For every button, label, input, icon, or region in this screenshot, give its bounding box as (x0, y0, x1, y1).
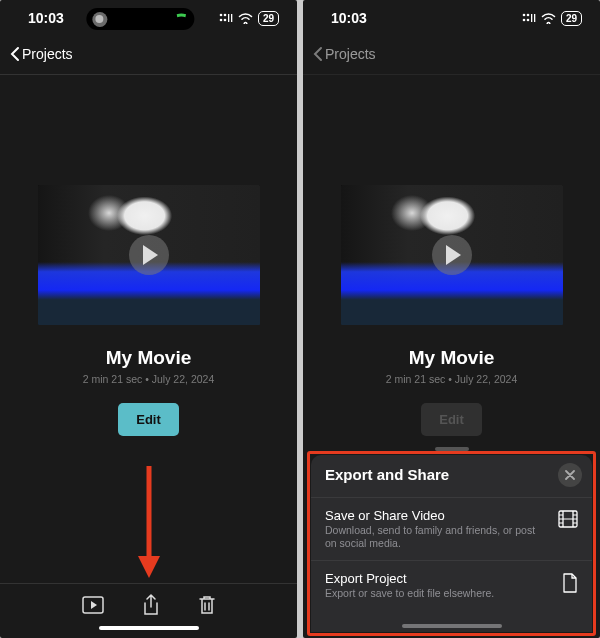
battery-level: 29 (561, 11, 582, 26)
svg-rect-4 (228, 14, 229, 22)
export-share-sheet: Export and Share Save or Share Video Dow… (311, 455, 592, 632)
nav-bar: Projects (0, 36, 297, 75)
share-button[interactable] (142, 594, 160, 616)
caller-avatar-icon (92, 12, 107, 27)
project-content: My Movie 2 min 21 sec • July 22, 2024 Ed… (0, 75, 297, 436)
edit-button: Edit (421, 403, 482, 436)
call-icon (174, 12, 188, 26)
annotation-highlight: Export and Share Save or Share Video Dow… (307, 451, 596, 636)
project-title: My Movie (409, 347, 495, 369)
phone-screen-left: 10:03 29 Projects My Movie 2 min 21 sec … (0, 0, 297, 638)
svg-point-10 (523, 14, 526, 17)
trash-icon (198, 595, 216, 615)
project-title: My Movie (106, 347, 192, 369)
chevron-left-icon (8, 46, 22, 62)
play-icon (432, 235, 472, 275)
sheet-item-desc: Export or save to edit file elsewhere. (325, 587, 552, 600)
sheet-close-button[interactable] (558, 463, 582, 487)
sheet-item-title: Save or Share Video (325, 508, 548, 523)
play-outline-button[interactable] (82, 596, 104, 614)
battery-level: 29 (258, 11, 279, 26)
document-icon (562, 573, 578, 597)
project-content: My Movie 2 min 21 sec • July 22, 2024 Ed… (303, 75, 600, 436)
project-thumbnail[interactable] (38, 185, 260, 325)
back-label: Projects (22, 46, 73, 62)
svg-point-12 (523, 19, 526, 22)
play-outline-icon (82, 596, 104, 614)
svg-point-3 (224, 19, 227, 22)
status-time: 10:03 (331, 10, 367, 26)
controls-icon (522, 13, 536, 23)
wifi-icon (541, 13, 556, 24)
svg-point-2 (220, 19, 223, 22)
status-right: 29 (522, 11, 582, 26)
annotation-arrow (136, 464, 162, 580)
home-indicator[interactable] (402, 624, 502, 628)
sheet-item-desc: Download, send to family and friends, or… (325, 524, 548, 550)
svg-rect-15 (534, 14, 535, 22)
dynamic-island (86, 8, 194, 30)
project-subtitle: 2 min 21 sec • July 22, 2024 (386, 373, 518, 385)
wifi-icon (238, 13, 253, 24)
edit-button[interactable]: Edit (118, 403, 179, 436)
back-button[interactable]: Projects (8, 46, 73, 62)
status-bar: 10:03 29 (303, 0, 600, 36)
sheet-item-export-project[interactable]: Export Project Export or save to edit fi… (311, 560, 592, 610)
phone-screen-right: 10:03 29 Projects My Movie 2 min 21 sec … (303, 0, 600, 638)
controls-icon (219, 13, 233, 23)
back-button[interactable]: Projects (311, 46, 376, 62)
svg-rect-14 (531, 14, 532, 22)
sheet-item-save-share-video[interactable]: Save or Share Video Download, send to fa… (311, 497, 592, 560)
bottom-toolbar (0, 583, 297, 630)
status-time: 10:03 (28, 10, 64, 26)
svg-marker-7 (138, 556, 160, 578)
chevron-left-icon (311, 46, 325, 62)
project-subtitle: 2 min 21 sec • July 22, 2024 (83, 373, 215, 385)
delete-button[interactable] (198, 595, 216, 615)
svg-point-11 (527, 14, 530, 17)
project-thumbnail (341, 185, 563, 325)
play-icon (129, 235, 169, 275)
svg-marker-9 (91, 601, 97, 609)
film-icon (558, 510, 578, 532)
status-right: 29 (219, 11, 279, 26)
svg-point-13 (527, 19, 530, 22)
sheet-grabber[interactable] (435, 447, 469, 451)
sheet-title: Export and Share (325, 466, 449, 483)
back-label: Projects (325, 46, 376, 62)
share-icon (142, 594, 160, 616)
svg-point-0 (220, 14, 223, 17)
svg-point-1 (224, 14, 227, 17)
nav-bar: Projects (303, 36, 600, 75)
sheet-item-title: Export Project (325, 571, 552, 586)
home-indicator[interactable] (99, 626, 199, 630)
svg-rect-5 (231, 14, 232, 22)
close-icon (565, 470, 575, 480)
